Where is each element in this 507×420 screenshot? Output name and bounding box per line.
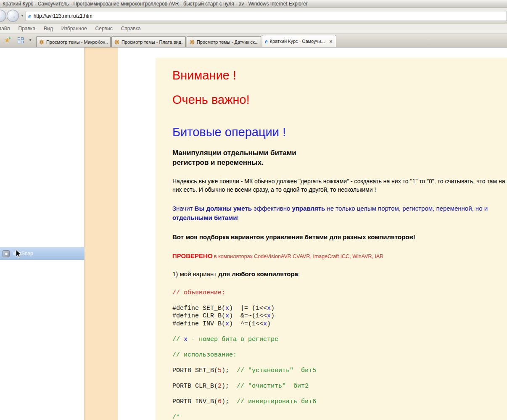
tab-forum-2[interactable]: Просмотр темы - Плата вид... xyxy=(111,36,186,47)
tab-tools: ★ + ▼ xyxy=(3,33,32,47)
tab-forum-3[interactable]: Просмотр темы - Датчик ск... xyxy=(187,36,261,47)
paragraph-podborka: Вот моя подборка вариантов управления би… xyxy=(172,233,505,240)
tab-list-dropdown[interactable]: ▼ xyxy=(29,38,32,42)
forward-arrow-icon: → xyxy=(10,12,16,19)
paragraph-znachit: Значит Вы должны уметь эффективно управл… xyxy=(172,204,505,222)
page-gap-strip xyxy=(118,48,156,420)
page-main-column: Внимание ! Очень важно! Битовые операции… xyxy=(156,48,507,420)
article-body: Внимание ! Очень важно! Битовые операции… xyxy=(156,58,507,420)
content-area: WinSnap Внимание ! Очень важно! Битовые … xyxy=(0,48,507,420)
tab-label: Просмотр темы - МикроКон... xyxy=(46,40,108,45)
ie-tab-icon: e xyxy=(265,38,268,45)
tab-bar: ★ + ▼ Просмотр темы - МикроКон... xyxy=(0,34,507,48)
tab-close-icon[interactable]: × xyxy=(328,38,333,45)
forward-button[interactable]: → xyxy=(7,10,19,22)
menu-file[interactable]: Файл xyxy=(0,26,14,32)
winsnap-overlay[interactable]: WinSnap xyxy=(0,247,84,260)
back-arrow-icon: ← xyxy=(0,12,3,19)
address-bar[interactable]: e xyxy=(26,11,507,21)
tab-forum-1[interactable]: Просмотр темы - МикроКон... xyxy=(36,36,111,47)
quick-tabs-icon xyxy=(18,37,24,43)
menu-help[interactable]: Справка xyxy=(117,26,145,32)
tab-label: Просмотр темы - Датчик ск... xyxy=(197,40,258,45)
heading-attention: Внимание ! xyxy=(172,69,505,82)
forum-gear-icon xyxy=(114,40,119,45)
heading-bit-operations: Битовые операции ! xyxy=(172,125,505,139)
forum-gear-icon xyxy=(190,40,195,45)
favorites-plus-icon: + xyxy=(8,36,11,40)
address-input[interactable] xyxy=(34,13,504,19)
mouse-cursor-icon xyxy=(16,249,22,259)
paragraph-intro: Надеюсь вы уже поняли - МК обычно должен… xyxy=(172,177,505,194)
navigation-bar: ← → ▼ e xyxy=(0,8,507,24)
menu-bar: Файл Правка Вид Избранное Сервис Справка xyxy=(0,24,507,34)
menu-edit[interactable]: Правка xyxy=(14,26,40,32)
left-white-panel: WinSnap xyxy=(0,48,84,420)
tab-active-kratkiy-kurs[interactable]: e Краткий Курс - Самоучи... × xyxy=(262,35,336,47)
quick-tabs-button[interactable] xyxy=(16,35,26,45)
page-left-margin-strip xyxy=(84,48,118,420)
tab-label: Просмотр темы - Плата вид... xyxy=(121,40,183,45)
heading-important: Очень важно! xyxy=(172,93,505,107)
menu-items: Файл Правка Вид Избранное Сервис Справка xyxy=(0,26,145,32)
forum-gear-icon xyxy=(39,40,44,45)
menu-favorites[interactable]: Избранное xyxy=(57,26,91,32)
back-button[interactable]: ← xyxy=(0,10,6,22)
code-block: // объявление: #define SET_B(x) |= (1<<x… xyxy=(172,289,505,420)
window-titlebar: Краткий Курс - Самоучитель - Программиро… xyxy=(0,0,507,8)
paragraph-variant-1: 1) мой вариант для любого компилятора: xyxy=(172,270,505,277)
winsnap-icon xyxy=(3,250,10,257)
page-favicon-ie-icon: e xyxy=(28,13,31,19)
menu-view[interactable]: Вид xyxy=(40,26,57,32)
menu-tools[interactable]: Сервис xyxy=(91,26,117,32)
tab-label: Краткий Курс - Самоучи... xyxy=(270,39,327,44)
window-title: Краткий Курс - Самоучитель - Программиро… xyxy=(3,1,308,7)
history-dropdown-button[interactable]: ▼ xyxy=(21,14,24,18)
add-favorite-button[interactable]: ★ + xyxy=(3,35,13,45)
subheading-bit-manipulation: Манипуляции отдельными битами регистров … xyxy=(172,148,505,168)
paragraph-provereno: ПРОВЕРЕНО в компиляторах CodeVisionAVR C… xyxy=(172,252,505,259)
